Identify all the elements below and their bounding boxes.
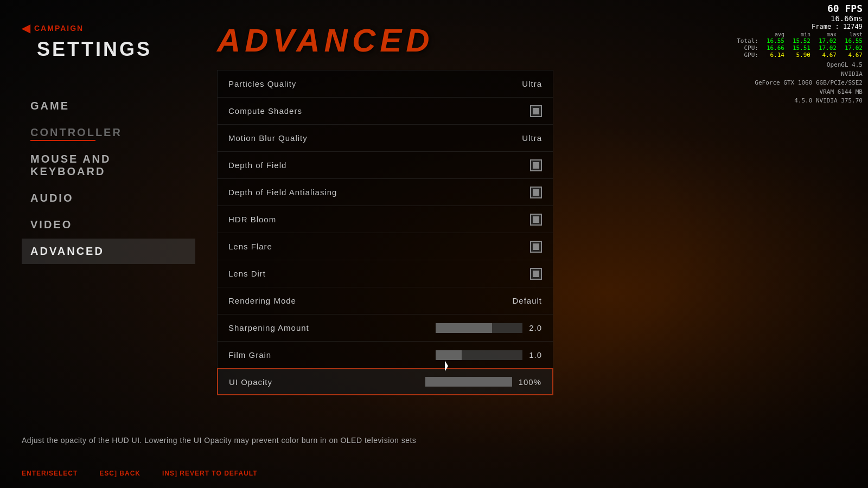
gpu-model-info: GeForce GTX 1060 6GB/PCIe/SSE2 bbox=[737, 79, 863, 88]
setting-rendering-mode[interactable]: Rendering Mode Default bbox=[218, 287, 553, 314]
slider-film-grain-fill bbox=[436, 350, 462, 360]
settings-list: Particles Quality Ultra Compute Shaders … bbox=[217, 70, 553, 395]
checkbox-icon-hdr-bloom bbox=[530, 214, 542, 226]
checkbox-icon-compute-shaders bbox=[530, 105, 542, 117]
setting-label-compute-shaders: Compute Shaders bbox=[228, 106, 302, 115]
sidebar-item-controller[interactable]: CONTROLLER bbox=[22, 120, 195, 145]
slider-sharpening-track[interactable] bbox=[436, 323, 522, 333]
setting-particles-quality[interactable]: Particles Quality Ultra bbox=[218, 70, 553, 98]
opengl-info: OpenGL 4.5 bbox=[737, 61, 863, 70]
checkbox-lens-dirt[interactable] bbox=[530, 268, 542, 280]
setting-label-motion-blur: Motion Blur Quality bbox=[228, 133, 308, 143]
perf-header: avg min max last bbox=[737, 31, 863, 37]
slider-ui-opacity-track[interactable] bbox=[425, 377, 512, 387]
key-enter-label: ENTER/SELECT bbox=[22, 470, 78, 477]
checkbox-compute-shaders[interactable] bbox=[530, 105, 542, 117]
back-nav[interactable]: ◀ CAMPAIGN bbox=[22, 22, 195, 35]
perf-total-max: 17.02 bbox=[815, 37, 837, 44]
checkbox-icon-lens-flare bbox=[530, 241, 542, 253]
perf-gpu-min: 5.90 bbox=[789, 52, 810, 59]
sidebar-item-mouse-keyboard[interactable]: MOUSE AND KEYBOARD bbox=[22, 146, 195, 184]
gpu-info: OpenGL 4.5 NVIDIA GeForce GTX 1060 6GB/P… bbox=[737, 61, 863, 106]
setting-lens-dirt[interactable]: Lens Dirt bbox=[218, 260, 553, 287]
perf-total-min: 15.52 bbox=[789, 37, 810, 44]
slider-film-grain-track[interactable] bbox=[436, 350, 522, 360]
perf-table: avg min max last Total: 16.55 15.52 17.0… bbox=[737, 31, 863, 59]
description-bar: Adjust the opacity of the HUD UI. Loweri… bbox=[22, 436, 846, 445]
slider-ui-opacity-fill bbox=[425, 377, 512, 387]
sidebar-title: SETTINGS bbox=[37, 38, 195, 61]
setting-motion-blur[interactable]: Motion Blur Quality Ultra bbox=[218, 125, 553, 152]
sidebar: ◀ CAMPAIGN SETTINGS GAME CONTROLLER MOUS… bbox=[0, 0, 206, 488]
perf-cpu-max: 17.02 bbox=[815, 44, 837, 52]
perf-row-cpu: CPU: 16.66 15.51 17.02 17.02 bbox=[737, 44, 863, 52]
setting-value-film-grain: 1.0 bbox=[529, 350, 542, 359]
control-select: ENTER/SELECT bbox=[22, 470, 78, 477]
perf-row-total: Total: 16.55 15.52 17.02 16.55 bbox=[737, 37, 863, 44]
setting-dof-antialiasing[interactable]: Depth of Field Antialiasing bbox=[218, 179, 553, 206]
sidebar-item-audio[interactable]: AUDIO bbox=[22, 185, 195, 211]
checkbox-icon-dof-antialiasing bbox=[530, 187, 542, 198]
checkbox-icon-lens-dirt bbox=[530, 268, 542, 280]
sidebar-item-video[interactable]: VIDEO bbox=[22, 212, 195, 237]
perf-row-gpu: GPU: 6.14 5.90 4.67 4.67 bbox=[737, 52, 863, 59]
setting-label-hdr-bloom: HDR Bloom bbox=[228, 215, 276, 224]
perf-gpu-max: 4.67 bbox=[815, 52, 837, 59]
nvidia-info: NVIDIA bbox=[737, 70, 863, 79]
control-back[interactable]: ESC] BACK bbox=[99, 470, 141, 477]
perf-gpu-last: 4.67 bbox=[841, 52, 863, 59]
perf-label-cpu: CPU: bbox=[737, 44, 758, 52]
back-label: CAMPAIGN bbox=[34, 24, 84, 33]
setting-compute-shaders[interactable]: Compute Shaders bbox=[218, 98, 553, 125]
fps-counter: 60 FPS bbox=[737, 3, 863, 14]
main-content: ADVANCED Particles Quality Ultra Compute… bbox=[217, 22, 564, 395]
key-revert-label: INS] REVERT TO DEFAULT bbox=[162, 470, 258, 477]
setting-value-rendering-mode: Default bbox=[512, 296, 542, 305]
setting-label-depth-of-field: Depth of Field bbox=[228, 160, 286, 170]
slider-sharpening-container: 2.0 bbox=[436, 323, 542, 333]
perf-cpu-avg: 16.66 bbox=[763, 44, 784, 52]
perf-col-max: max bbox=[815, 31, 837, 37]
perf-col-avg: avg bbox=[763, 31, 784, 37]
setting-hdr-bloom[interactable]: HDR Bloom bbox=[218, 206, 553, 233]
sidebar-item-advanced[interactable]: ADVANCED bbox=[22, 239, 195, 264]
hud-overlay: 60 FPS 16.66ms Frame : 12749 avg min max… bbox=[737, 3, 863, 106]
slider-sharpening-fill bbox=[436, 323, 492, 333]
slider-film-grain-container: 1.0 bbox=[436, 350, 542, 360]
driver-info: 4.5.0 NVIDIA 375.70 bbox=[737, 97, 863, 106]
setting-label-sharpening: Sharpening Amount bbox=[228, 323, 309, 332]
slider-ui-opacity-container: 100% bbox=[425, 377, 541, 387]
setting-value-ui-opacity: 100% bbox=[519, 377, 541, 387]
fps-time: 16.66ms bbox=[737, 14, 863, 23]
control-revert[interactable]: INS] REVERT TO DEFAULT bbox=[162, 470, 258, 477]
setting-value-sharpening: 2.0 bbox=[529, 323, 542, 332]
key-esc-label: ESC] BACK bbox=[99, 470, 141, 477]
setting-film-grain[interactable]: Film Grain 1.0 bbox=[218, 342, 553, 369]
perf-col-last: last bbox=[841, 31, 863, 37]
perf-total-avg: 16.55 bbox=[763, 37, 784, 44]
setting-label-film-grain: Film Grain bbox=[228, 350, 271, 359]
setting-label-lens-flare: Lens Flare bbox=[228, 242, 272, 251]
fps-frame: Frame : 12749 bbox=[737, 23, 863, 30]
checkbox-icon-depth-of-field bbox=[530, 159, 542, 171]
setting-value-motion-blur: Ultra bbox=[522, 133, 542, 143]
checkbox-dof-antialiasing[interactable] bbox=[530, 187, 542, 198]
checkbox-depth-of-field[interactable] bbox=[530, 159, 542, 171]
setting-lens-flare[interactable]: Lens Flare bbox=[218, 233, 553, 260]
setting-label-particles-quality: Particles Quality bbox=[228, 79, 296, 88]
checkbox-hdr-bloom[interactable] bbox=[530, 214, 542, 226]
setting-ui-opacity[interactable]: UI Opacity 100% bbox=[217, 368, 553, 395]
perf-cpu-last: 17.02 bbox=[841, 44, 863, 52]
perf-total-last: 16.55 bbox=[841, 37, 863, 44]
setting-sharpening[interactable]: Sharpening Amount 2.0 bbox=[218, 314, 553, 342]
checkbox-lens-flare[interactable] bbox=[530, 241, 542, 253]
perf-cpu-min: 15.51 bbox=[789, 44, 810, 52]
setting-label-ui-opacity: UI Opacity bbox=[229, 377, 272, 387]
description-text: Adjust the opacity of the HUD UI. Loweri… bbox=[22, 436, 416, 445]
sidebar-item-game[interactable]: GAME bbox=[22, 93, 195, 119]
setting-depth-of-field[interactable]: Depth of Field bbox=[218, 152, 553, 179]
vram-info: VRAM 6144 MB bbox=[737, 88, 863, 97]
perf-label-gpu: GPU: bbox=[737, 52, 758, 59]
setting-value-particles-quality: Ultra bbox=[522, 79, 542, 88]
back-arrow-icon: ◀ bbox=[22, 22, 30, 35]
